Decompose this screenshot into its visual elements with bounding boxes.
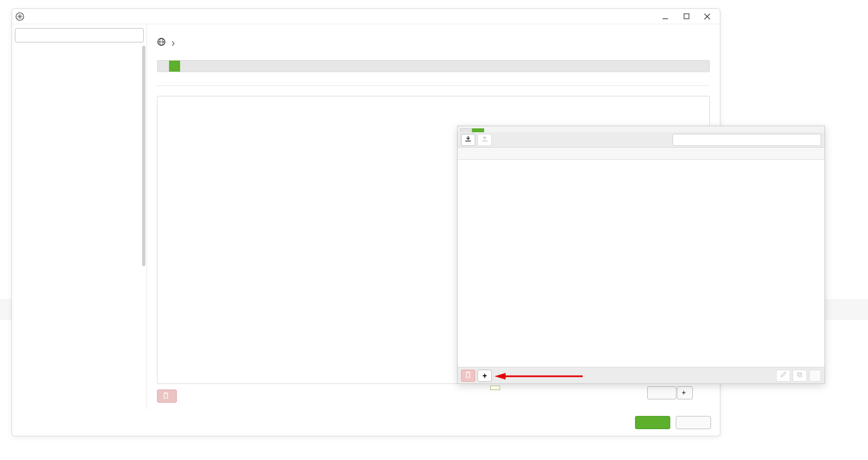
- svg-rect-2: [684, 14, 689, 19]
- svg-rect-9: [799, 374, 802, 377]
- upload-icon: [481, 136, 488, 144]
- insert-preset-button[interactable]: [809, 370, 821, 382]
- plus-icon: +: [482, 371, 487, 380]
- preset-tab-system[interactable]: [460, 128, 472, 132]
- trash-icon: [163, 392, 169, 401]
- dialog-footer: [12, 409, 720, 436]
- preset-tab-user[interactable]: [472, 128, 484, 132]
- cancel-button[interactable]: [676, 416, 711, 429]
- globe-icon: [157, 37, 166, 48]
- export-preset-button[interactable]: [478, 134, 492, 146]
- preset-library-popup: +: [457, 126, 825, 384]
- preset-table-body: [458, 160, 824, 367]
- description-text: [157, 79, 710, 86]
- preset-search-input[interactable]: [672, 134, 821, 146]
- copy-icon: [796, 371, 803, 380]
- app-icon: [15, 12, 24, 21]
- close-button[interactable]: [702, 12, 712, 21]
- pencil-icon: [780, 371, 786, 380]
- sidebar-search-input[interactable]: [15, 28, 144, 42]
- delete-preset-button[interactable]: [461, 370, 475, 382]
- preset-footer: +: [458, 367, 824, 383]
- download-icon: [465, 136, 471, 144]
- ok-button[interactable]: [635, 416, 670, 429]
- maximize-button[interactable]: [681, 12, 691, 21]
- edit-preset-button[interactable]: [776, 370, 790, 382]
- delete-all-button[interactable]: [157, 389, 177, 403]
- add-prompt-button[interactable]: +: [677, 386, 693, 399]
- import-preset-button[interactable]: [461, 134, 475, 146]
- breadcrumb: ›: [169, 36, 177, 49]
- add-preset-button[interactable]: +: [478, 370, 492, 382]
- duplicate-preset-button[interactable]: [793, 370, 807, 382]
- sidebar: [12, 24, 147, 409]
- main-tabs: [157, 60, 710, 72]
- preset-table-header: [458, 148, 824, 160]
- titlebar: [12, 9, 720, 24]
- tab-account-information[interactable]: [158, 61, 169, 72]
- minimize-button[interactable]: [660, 12, 670, 21]
- tab-prompt-configuration[interactable]: [169, 61, 180, 72]
- add-preset-tooltip: [490, 386, 500, 390]
- sidebar-scrollbar[interactable]: [141, 45, 147, 409]
- plus-icon: +: [682, 389, 686, 397]
- prompt-library-button[interactable]: [647, 386, 676, 399]
- trash-icon: [465, 371, 471, 380]
- preset-toolbar: [458, 132, 824, 148]
- svg-rect-8: [798, 372, 801, 376]
- sidebar-tree[interactable]: [12, 45, 147, 409]
